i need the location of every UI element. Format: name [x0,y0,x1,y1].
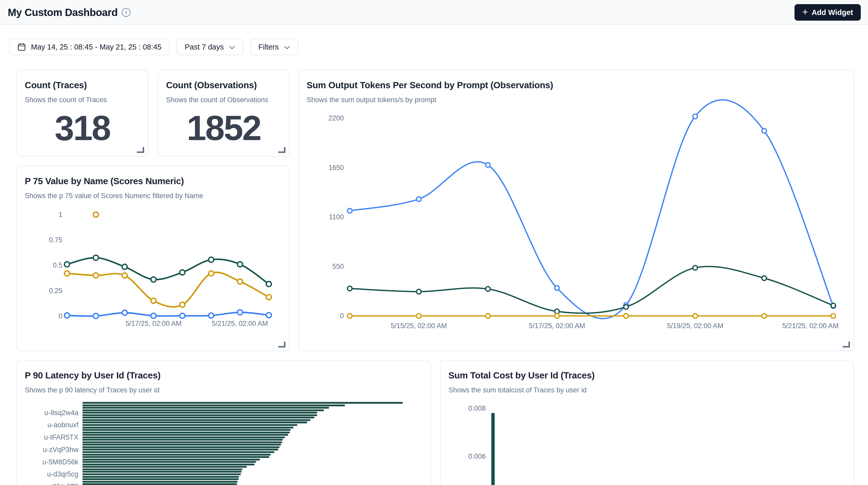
latency-bar [83,444,281,446]
user-id-label: u-tFAR5TX [17,433,79,442]
svg-text:0.75: 0.75 [49,236,62,244]
chevron-down-icon [284,43,290,51]
svg-text:0.5: 0.5 [53,261,62,269]
page-title-group: My Custom Dashboard i [8,0,130,25]
user-id-label: u-zVqP3hw [17,445,79,454]
widget-title: P 75 Value by Name (Scores Numeric) [25,176,281,186]
latency-bar [83,449,278,450]
widget-tokens-by-prompt: Sum Output Tokens Per Second by Prompt (… [298,70,854,351]
latency-bar [83,439,283,441]
svg-text:1100: 1100 [329,213,344,221]
widget-title: P 90 Latency by User Id (Traces) [25,370,423,381]
filters-label: Filters [258,43,279,51]
tokens-by-prompt-line-chart: 05501100165022005/15/25, 02:00 AM5/17/25… [299,70,854,351]
svg-text:5/19/25, 02:00 AM: 5/19/25, 02:00 AM [667,322,723,330]
widget-description: Shows the count of Observations [166,96,281,104]
svg-text:0: 0 [340,312,344,320]
p90-latency-bar-chart: u-8sq2w4au-aobnuxfu-tFAR5TXu-zVqP3hwu-5M… [17,402,424,485]
count-traces-value: 318 [17,108,148,148]
latency-bar [83,446,280,448]
latency-bar [83,410,324,411]
svg-text:2200: 2200 [328,114,344,122]
latency-bar [83,456,269,458]
svg-text:5/17/25, 02:00 AM: 5/17/25, 02:00 AM [125,320,182,327]
latency-bar [83,478,239,480]
widget-title: Sum Output Tokens Per Second by Prompt (… [307,80,846,90]
latency-bar [83,476,239,478]
svg-text:0.006: 0.006 [468,453,486,460]
latency-bar [83,451,274,453]
page-header: My Custom Dashboard i + Add Widget [0,0,868,25]
latency-bar [83,468,242,470]
latency-bar [83,414,317,416]
latency-bar [83,442,282,443]
latency-bar [83,422,307,423]
resize-handle-icon[interactable] [278,147,285,153]
user-id-label: u-5M8D56k [17,458,79,466]
resize-handle-icon[interactable] [843,341,850,347]
latency-bar [83,463,254,465]
widget-count-traces: Count (Traces) Shows the count of Traces… [17,70,148,157]
resize-handle-icon[interactable] [137,147,144,153]
latency-bar [83,407,329,408]
filter-toolbar: May 14, 25 : 08:45 - May 21, 25 : 08:45 … [9,39,298,55]
latency-bar [83,404,345,406]
widget-description: Shows the sum output tokens/s by prompt [307,96,846,104]
count-observations-value: 1852 [158,108,289,148]
widget-title: Sum Total Cost by User Id (Traces) [448,370,846,381]
widget-p75-scores: P 75 Value by Name (Scores Numeric) Show… [17,165,289,351]
latency-bar [83,461,256,463]
user-id-label: u-8fVa9T3 [17,482,79,485]
latency-bar [83,436,285,438]
latency-bar [83,454,271,456]
svg-text:1650: 1650 [328,164,344,172]
dashboard-page: My Custom Dashboard i + Add Widget May 1… [0,0,868,485]
add-widget-button[interactable]: + Add Widget [795,4,861,21]
latency-bar [83,466,247,468]
latency-bar [83,402,403,404]
user-id-label: u-aobnuxf [17,421,79,429]
latency-bar [83,432,290,433]
svg-text:550: 550 [332,263,344,270]
chevron-down-icon [229,43,235,51]
latency-bar [83,434,288,436]
latency-bar [83,412,317,414]
widget-title: Count (Traces) [25,80,140,90]
filters-dropdown[interactable]: Filters [250,39,298,55]
svg-text:1: 1 [59,211,62,218]
svg-text:5/21/25, 02:00 AM: 5/21/25, 02:00 AM [782,322,839,330]
user-id-label: u-8sq2w4a [17,408,79,417]
widget-description: Shows the count of Traces [25,96,140,104]
svg-text:0.008: 0.008 [468,404,486,412]
widget-title: Count (Observations) [166,80,281,90]
quick-range-select[interactable]: Past 7 days [176,39,243,55]
latency-bar [83,424,297,426]
latency-bar [83,471,242,473]
svg-text:5/21/25, 02:00 AM: 5/21/25, 02:00 AM [212,320,268,327]
latency-bar [83,419,310,421]
latency-bar [83,481,238,483]
info-icon[interactable]: i [122,8,130,17]
widget-description: Shows the p 75 value of Scores Numeric f… [25,192,281,200]
page-title: My Custom Dashboard [8,7,118,18]
svg-text:5/17/25, 02:00 AM: 5/17/25, 02:00 AM [529,322,585,330]
quick-range-value: Past 7 days [185,43,224,51]
calendar-icon [18,42,26,51]
svg-text:0.25: 0.25 [49,287,62,295]
widget-description: Shows the p 90 latency of Traces by user… [25,386,423,394]
resize-handle-icon[interactable] [278,341,285,347]
widget-description: Shows the sum totalcost of Traces by use… [448,386,846,394]
widget-count-observations: Count (Observations) Shows the count of … [158,70,289,157]
date-range-value: May 14, 25 : 08:45 - May 21, 25 : 08:45 [31,43,161,51]
widget-p90-latency: P 90 Latency by User Id (Traces) Shows t… [17,360,431,485]
widget-total-cost: Sum Total Cost by User Id (Traces) Shows… [440,360,854,485]
latency-bar [83,483,237,485]
latency-bar [83,417,314,419]
latency-bar [83,427,293,428]
add-widget-label: Add Widget [811,8,853,17]
user-id-label: u-d3qr5cg [17,470,79,479]
date-range-picker[interactable]: May 14, 25 : 08:45 - May 21, 25 : 08:45 [9,39,170,55]
latency-bar [83,474,241,475]
svg-text:5/15/25, 02:00 AM: 5/15/25, 02:00 AM [391,322,447,330]
svg-text:0: 0 [59,312,62,320]
